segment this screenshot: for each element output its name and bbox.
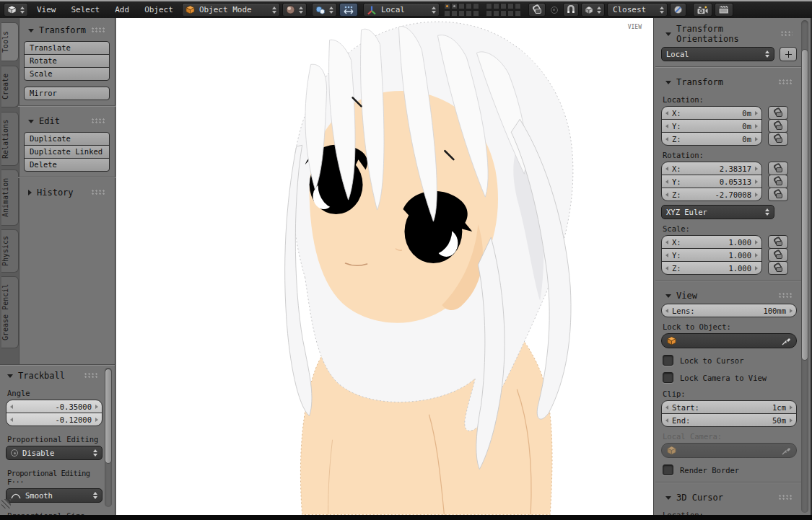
- stepper-left-icon[interactable]: [665, 180, 668, 184]
- stepper-left-icon[interactable]: [665, 309, 668, 313]
- orientations-panel-header[interactable]: Transform Orientations: [661, 19, 797, 47]
- duplicate-button[interactable]: Duplicate: [24, 132, 110, 146]
- axis-lock-button[interactable]: [768, 132, 788, 146]
- stepper-right-icon[interactable]: [755, 167, 758, 171]
- layer-toggle[interactable]: [486, 10, 492, 17]
- scale-x-field[interactable]: X: 1.000: [661, 235, 762, 249]
- tab-animation[interactable]: Animation: [1, 169, 19, 226]
- delete-button[interactable]: Delete: [24, 158, 110, 172]
- menu-add[interactable]: Add: [108, 5, 136, 14]
- cursor-3d-panel-header[interactable]: 3D Cursor: [661, 488, 797, 506]
- layer-toggle[interactable]: [486, 3, 492, 9]
- stepper-right-icon[interactable]: [95, 405, 98, 409]
- panel-grip-icon[interactable]: [779, 79, 793, 85]
- stepper-left-icon[interactable]: [10, 418, 13, 422]
- mode-select[interactable]: Object Mode: [182, 3, 280, 17]
- menu-object[interactable]: Object: [138, 5, 180, 14]
- orientation-dropdown[interactable]: Local: [661, 47, 774, 61]
- location-y-field[interactable]: Y: 0m: [661, 119, 762, 133]
- checkbox-icon[interactable]: [663, 355, 673, 366]
- snap-element-select[interactable]: [581, 3, 605, 17]
- stepper-left-icon[interactable]: [665, 137, 668, 141]
- stepper-right-icon[interactable]: [95, 418, 98, 422]
- layer-toggle[interactable]: [515, 3, 521, 9]
- stepper-left-icon[interactable]: [665, 266, 668, 270]
- stepper-right-icon[interactable]: [755, 240, 758, 244]
- rotation-mode-dropdown[interactable]: XYZ Euler: [661, 205, 774, 219]
- manipulator-toggle[interactable]: [339, 3, 358, 17]
- checkbox-icon[interactable]: [663, 372, 673, 383]
- proportional-editing-icon[interactable]: [551, 6, 558, 14]
- stepper-left-icon[interactable]: [665, 253, 668, 257]
- rotate-button[interactable]: Rotate: [24, 54, 110, 68]
- eyedropper-icon[interactable]: [781, 446, 791, 456]
- tab-physics[interactable]: Physics: [1, 229, 19, 273]
- layer-toggle[interactable]: [444, 3, 450, 9]
- stepper-left-icon[interactable]: [665, 111, 668, 115]
- lock-to-scene-button[interactable]: [528, 3, 546, 17]
- stepper-left-icon[interactable]: [665, 124, 668, 128]
- layer-toggle[interactable]: [493, 10, 499, 17]
- stepper-right-icon[interactable]: [755, 253, 758, 257]
- proportional-editing-select[interactable]: Disable: [6, 446, 102, 460]
- stepper-right-icon[interactable]: [790, 418, 793, 423]
- stepper-left-icon[interactable]: [10, 405, 13, 409]
- snap-magnet-toggle[interactable]: [563, 3, 579, 17]
- stepper-right-icon[interactable]: [790, 405, 793, 410]
- lock-camera-to-view-row[interactable]: Lock Camera to View: [663, 372, 795, 383]
- axis-lock-button[interactable]: [768, 235, 788, 249]
- stepper-left-icon[interactable]: [665, 418, 668, 423]
- panel-grip-icon[interactable]: [779, 293, 793, 299]
- transform-panel-header[interactable]: Transform: [24, 21, 110, 38]
- pivot-point-select[interactable]: [312, 3, 337, 17]
- axis-lock-button[interactable]: [768, 106, 788, 120]
- layer-toggle[interactable]: [473, 3, 479, 9]
- editor-type-selector[interactable]: [4, 3, 28, 17]
- scale-z-field[interactable]: Z: 1.000: [661, 261, 762, 275]
- snap-target-select[interactable]: Closest: [607, 3, 668, 17]
- properties-scrollbar[interactable]: [801, 20, 808, 513]
- panel-grip-icon[interactable]: [92, 190, 105, 195]
- stepper-right-icon[interactable]: [755, 266, 758, 270]
- lock-to-cursor-row[interactable]: Lock to Cursor: [663, 355, 795, 366]
- stepper-right-icon[interactable]: [755, 193, 758, 197]
- menu-view[interactable]: View: [30, 5, 63, 14]
- transform-orientation-select[interactable]: Local: [363, 3, 440, 17]
- axis-lock-button[interactable]: [768, 188, 788, 201]
- lock-to-object-field[interactable]: [661, 333, 797, 348]
- stepper-left-icon[interactable]: [665, 405, 668, 410]
- layer-toggle[interactable]: [507, 10, 514, 17]
- tab-relations[interactable]: Relations: [1, 112, 19, 166]
- falloff-select[interactable]: Smooth: [6, 488, 102, 503]
- viewport-shading-select[interactable]: [282, 3, 307, 17]
- edit-panel-header[interactable]: Edit: [24, 112, 110, 129]
- clip-start-field[interactable]: Start: 1cm: [661, 400, 797, 414]
- local-camera-field[interactable]: [661, 443, 797, 458]
- stepper-left-icon[interactable]: [665, 193, 668, 197]
- location-x-field[interactable]: X: 0m: [661, 106, 762, 120]
- layer-toggle[interactable]: [507, 3, 514, 9]
- opengl-render-still-button[interactable]: [693, 3, 712, 17]
- stepper-left-icon[interactable]: [665, 240, 668, 244]
- checkbox-icon[interactable]: [663, 464, 673, 475]
- panel-grip-icon[interactable]: [779, 495, 793, 501]
- tab-tools[interactable]: Tools: [1, 22, 19, 61]
- trackball-panel-header[interactable]: Trackball: [6, 366, 102, 384]
- layer-toggle[interactable]: [500, 10, 507, 17]
- stepper-right-icon[interactable]: [755, 137, 758, 141]
- layer-toggle[interactable]: [500, 3, 507, 9]
- add-orientation-button[interactable]: [780, 47, 797, 61]
- layer-toggle[interactable]: [458, 3, 465, 9]
- opengl-render-anim-button[interactable]: [715, 3, 733, 17]
- axis-lock-button[interactable]: [768, 162, 788, 175]
- axis-lock-button[interactable]: [768, 175, 788, 188]
- stepper-right-icon[interactable]: [790, 309, 793, 313]
- layer-toggle[interactable]: [444, 10, 450, 17]
- history-panel-header[interactable]: History: [24, 183, 110, 200]
- axis-lock-button[interactable]: [768, 248, 788, 262]
- eyedropper-icon[interactable]: [781, 336, 791, 346]
- scrollbar-thumb[interactable]: [105, 369, 112, 464]
- translate-button[interactable]: Translate: [24, 41, 110, 55]
- rotation-x-field[interactable]: X: 2.38317: [661, 162, 762, 175]
- angle-x-field[interactable]: -0.35000: [6, 400, 102, 413]
